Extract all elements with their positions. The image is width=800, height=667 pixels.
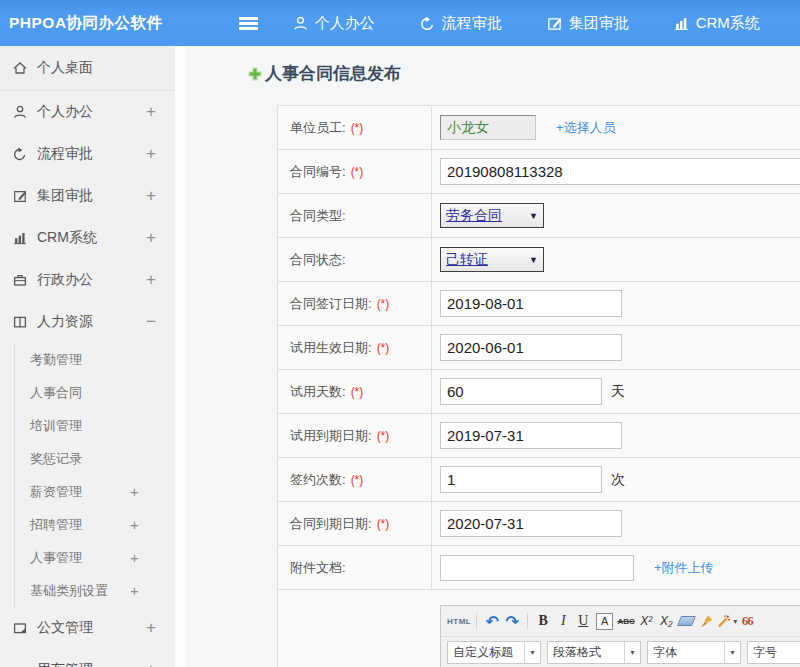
editor-dropdown[interactable]: 字体 ▾ <box>647 641 741 664</box>
sidebar-item-label: 奖惩记录 <box>30 450 82 468</box>
bold-button[interactable]: B <box>533 610 553 632</box>
field-input[interactable]: 2019-08-01 ▼ <box>440 290 622 317</box>
undo-button[interactable]: ↶ <box>482 610 502 632</box>
sidebar-item[interactable]: 基础类别设置 + <box>0 574 175 607</box>
page-title-text: 人事合同信息发布 <box>265 62 401 85</box>
form-row: 合同状态: 己转证 ▼ <box>278 238 800 282</box>
topnav-item[interactable]: 流程审批 <box>419 14 502 33</box>
font-color-button[interactable]: A <box>596 613 613 630</box>
form-row: 合同编号: (*) 20190808113328 ▼ <box>278 150 800 194</box>
form-row: 试用到期日期: (*) 2019-07-31 ▼ <box>278 414 800 458</box>
sidebar-item-label: 考勤管理 <box>30 351 82 369</box>
format-brush-button[interactable] <box>696 610 716 632</box>
required-marker: (*) <box>377 341 390 355</box>
redo-button[interactable]: ↷ <box>502 610 522 632</box>
sidebar: 个人桌面 个人办公 + 流程审批 + 集团审批 <box>0 46 175 667</box>
sidebar-item[interactable]: 用车管理 + <box>0 649 175 667</box>
subscript-button[interactable]: X₂ <box>656 610 676 632</box>
required-marker: (*) <box>377 429 390 443</box>
field-input[interactable]: 小龙女 ▼ <box>440 115 536 140</box>
field-input[interactable]: 2020-06-01 ▼ <box>440 334 622 361</box>
strikethrough-button[interactable]: ABC <box>616 610 636 632</box>
superscript-button[interactable]: X² <box>636 610 656 632</box>
expand-icon: + <box>130 582 139 599</box>
sidebar-item[interactable]: 个人桌面 <box>0 46 175 91</box>
editor-toolbar-row2: 自定义标题 ▾ 段落格式 ▾ 字体 <box>441 637 800 667</box>
field-value: 2020-07-31 <box>447 515 524 532</box>
autotypeset-button[interactable]: ▾ <box>716 610 737 632</box>
sidebar-item-icon <box>12 104 28 120</box>
editor-dropdown[interactable]: 字号 ▾ <box>747 641 800 664</box>
form-label-cell: 合同到期日期: (*) <box>278 502 432 545</box>
required-marker: (*) <box>351 165 364 179</box>
dropdown-arrow-icon: ▾ <box>624 642 640 663</box>
field-control: 小龙女 ▼ +选择人员 <box>440 115 616 140</box>
expand-icon: − <box>146 312 156 332</box>
html-source-button[interactable]: HTML <box>447 610 471 632</box>
field-label: 签约次数: <box>290 471 346 489</box>
sidebar-item[interactable]: 集团审批 + <box>0 175 175 217</box>
eraser-button[interactable] <box>676 610 696 632</box>
field-value: 20190808113328 <box>447 163 563 180</box>
expand-icon: + <box>146 144 156 164</box>
sidebar-item[interactable]: CRM系统 + <box>0 217 175 259</box>
topnav-item[interactable]: 个人办公 <box>292 14 375 33</box>
toolbar-separator <box>527 613 528 629</box>
field-input[interactable]: 20190808113328 ▼ <box>440 158 800 185</box>
topnav-item[interactable]: CRM系统 <box>673 14 760 33</box>
expand-icon: + <box>146 186 156 206</box>
sidebar-item[interactable]: 培训管理 <box>0 409 175 442</box>
editor-dropdown-label: 字体 <box>648 644 724 661</box>
topnav-item-label: 集团审批 <box>569 14 629 33</box>
field-input[interactable]: 60 ▼ <box>440 378 602 405</box>
topnav-item-label: 流程审批 <box>442 14 502 33</box>
sidebar-item[interactable]: 招聘管理 + <box>0 508 175 541</box>
dropdown-arrow-icon: ▾ <box>524 642 540 663</box>
form-label-cell: 试用到期日期: (*) <box>278 414 432 457</box>
field-input[interactable]: 己转证 ▼ <box>440 247 544 272</box>
form-value-cell: 小龙女 ▼ +选择人员 <box>432 106 800 149</box>
sidebar-item[interactable]: 个人办公 + <box>0 91 175 133</box>
underline-button[interactable]: U <box>573 610 593 632</box>
field-input[interactable]: 1 ▼ <box>440 466 602 493</box>
sidebar-item[interactable]: 人力资源 − <box>0 301 175 343</box>
form-label-cell: 单位员工: (*) <box>278 106 432 149</box>
field-input[interactable]: 2019-07-31 ▼ <box>440 422 622 449</box>
sidebar-item[interactable]: 公文管理 + <box>0 607 175 649</box>
italic-button[interactable]: I <box>553 610 573 632</box>
menu-toggle-icon[interactable] <box>239 17 258 30</box>
topnav-item[interactable]: 集团审批 <box>546 14 629 33</box>
sidebar-item[interactable]: 人事管理 + <box>0 541 175 574</box>
form-label-cell: 合同状态: <box>278 238 432 281</box>
field-action-link[interactable]: +附件上传 <box>654 559 714 577</box>
field-input[interactable]: 劳务合同 ▼ <box>440 203 544 228</box>
sidebar-item[interactable]: 奖惩记录 <box>0 442 175 475</box>
field-action-link[interactable]: +选择人员 <box>556 119 616 137</box>
rich-text-editor: HTML ↶ ↷ B I U A ABC X² X₂ ▾ <box>440 605 800 667</box>
sidebar-item[interactable]: 薪资管理 + <box>0 475 175 508</box>
field-input[interactable]: 2020-07-31 ▼ <box>440 510 622 537</box>
form-label-cell: 试用生效日期: (*) <box>278 326 432 369</box>
form-value-cell: 2019-07-31 ▼ <box>432 414 800 457</box>
sidebar-item[interactable]: 流程审批 + <box>0 133 175 175</box>
sidebar-item-label: 招聘管理 <box>30 516 82 534</box>
field-label: 试用生效日期: <box>290 339 372 357</box>
form-value-cell: 己转证 ▼ <box>432 238 800 281</box>
sidebar-item[interactable]: 行政办公 + <box>0 259 175 301</box>
field-control: 60 ▼ 天 <box>440 378 636 405</box>
editor-dropdown[interactable]: 段落格式 ▾ <box>547 641 641 664</box>
field-control: 20190808113328 ▼ <box>440 158 800 185</box>
top-navigation: 个人办公 流程审批 集团审批 CRM系统 更 <box>292 14 800 33</box>
field-input[interactable]: ▼ <box>440 555 634 581</box>
blockquote-button[interactable]: 66 <box>737 610 757 632</box>
field-label: 单位员工: <box>290 119 346 137</box>
expand-icon: + <box>146 618 156 638</box>
form-value-cell: 1 ▼ 次 <box>432 458 800 501</box>
topnav-item-icon <box>673 15 690 32</box>
field-control: 2019-08-01 ▼ <box>440 290 642 317</box>
field-value: 1 <box>447 471 455 488</box>
editor-dropdown[interactable]: 自定义标题 ▾ <box>447 641 541 664</box>
sidebar-item[interactable]: 人事合同 <box>0 376 175 409</box>
sidebar-item[interactable]: 考勤管理 <box>0 343 175 376</box>
form-value-cell: ▼ +附件上传 <box>432 546 800 589</box>
